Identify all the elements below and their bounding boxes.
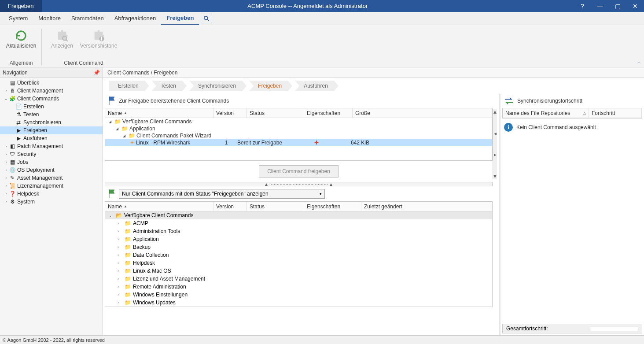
tree-row-l2[interactable]: ◢📁Client Commands Paket Wizard [105, 132, 492, 139]
wizard-step-freigeben[interactable]: Freigeben [249, 81, 292, 91]
menu-system[interactable]: System [4, 12, 33, 25]
lower-folder-data-collection[interactable]: ›📁Data Collection [105, 251, 492, 259]
folder-icon: 📁 [125, 252, 131, 258]
lower-root-row[interactable]: ⌄📂Verfügbare Client Commands [105, 211, 492, 219]
menu-abfrageaktionen[interactable]: Abfrageaktionen [109, 12, 162, 25]
close-icon[interactable]: ✕ [626, 0, 644, 12]
puzzle-search-icon [55, 29, 69, 43]
help-icon[interactable]: ? [574, 0, 591, 12]
nav-item-überblick[interactable]: ▤Überblick [0, 79, 103, 87]
pin-icon[interactable]: 📌 [93, 70, 100, 76]
tree-row-l1[interactable]: ◢📁Application [105, 125, 492, 132]
filter-dropdown[interactable]: Nur Client Commands mit dem Status "Frei… [119, 189, 325, 199]
lower-folder-windows-updates[interactable]: ›📁Windows Updates [105, 299, 492, 307]
asset-icon: ✎ [9, 174, 16, 181]
chevron-down-icon: ▾ [320, 192, 322, 196]
lower-folder-linux-mac-os[interactable]: ›📁Linux & Mac OS [105, 267, 492, 275]
tree-row-item[interactable]: ✦ Linux - RPM Wireshark 1 Bereit zur Fre… [105, 139, 492, 146]
maximize-icon[interactable]: ▢ [609, 0, 626, 12]
progress-bar [590, 326, 638, 331]
lower-folder-backup[interactable]: ›📁Backup [105, 243, 492, 251]
wizard-step-erstellen[interactable]: Erstellen [109, 81, 149, 91]
menu-freigeben[interactable]: Freigeben [161, 12, 199, 25]
sync-grid: Name des File Repositories△ Fortschritt [502, 108, 642, 118]
upper-section-title: Zur Freigabe bereitstehende Client Comma… [119, 98, 229, 104]
nav-item-system[interactable]: ›⚙System [0, 198, 103, 206]
col-status[interactable]: Status [247, 108, 304, 118]
show-label: Anzeigen [51, 43, 73, 49]
lower-folder-helpdesk[interactable]: ›📁Helpdesk [105, 259, 492, 267]
navigation-tree[interactable]: ▤Überblick›🖥Client Management⌄🧩Client Co… [0, 78, 103, 335]
refresh-button[interactable]: Aktualisieren [8, 27, 34, 49]
folder-icon: 📁 [125, 268, 131, 274]
history-button: i Versionshistorie [79, 27, 118, 49]
flag-green-icon [108, 189, 115, 198]
sort-asc-icon: ▲ [124, 111, 127, 115]
lower-folder-acmp[interactable]: ›📁ACMP [105, 219, 492, 227]
history-label: Versionshistorie [80, 43, 118, 49]
tree-row-root[interactable]: ◢📁Verfügbare Client Commands [105, 118, 492, 125]
nav-item-client-management[interactable]: ›🖥Client Management [0, 87, 103, 95]
help-icon: ❓ [9, 190, 16, 197]
ribbon-separator [41, 29, 42, 65]
lower-folder-remote-administration[interactable]: ›📁Remote Administration [105, 283, 492, 291]
col-groesse[interactable]: Größe [353, 108, 492, 118]
nav-item-erstellen[interactable]: 📄Erstellen [0, 103, 103, 111]
col-eigenschaften[interactable]: Eigenschaften [304, 108, 353, 118]
lower-folder-windows-einstellungen[interactable]: ›📁Windows Einstellungen [105, 291, 492, 299]
folder-icon: 📁 [125, 292, 131, 298]
nav-item-asset-management[interactable]: ›✎Asset Management [0, 174, 103, 182]
folder-icon: 📁 [125, 220, 131, 226]
nav-item-ausführen[interactable]: ▶Ausführen [0, 134, 103, 142]
ribbon-collapse-icon[interactable]: ︿ [637, 59, 641, 65]
nav-item-synchronisieren[interactable]: ⇄Synchronisieren [0, 118, 103, 126]
wizard-step-synchronisieren[interactable]: Synchronisieren [189, 81, 247, 91]
nav-item-os-deployment[interactable]: ›💿OS Deployment [0, 166, 103, 174]
nav-item-testen[interactable]: ⚗Testen [0, 111, 103, 118]
lower-grid[interactable]: Name▲ Version Status Eigenschaften Zulet… [105, 201, 493, 307]
upper-grid[interactable]: Name▲ Version Status Eigenschaften Größe… [105, 108, 493, 161]
navigation-title: Navigation [3, 70, 28, 76]
nav-item-patch-management[interactable]: ›◧Patch Management [0, 142, 103, 150]
minimize-icon[interactable]: — [591, 0, 609, 12]
release-command-button[interactable]: Client Command freigeben [259, 165, 339, 178]
wizard-step-testen[interactable]: Testen [152, 81, 187, 91]
col2-status[interactable]: Status [247, 202, 304, 211]
col-name[interactable]: Name▲ [105, 108, 213, 118]
nav-item-security[interactable]: ›🛡Security [0, 150, 103, 158]
refresh-label: Aktualisieren [6, 43, 37, 49]
overview-icon: ▤ [9, 79, 16, 86]
nav-item-jobs[interactable]: ›▦Jobs [0, 158, 103, 166]
col2-zuletzt[interactable]: Zuletzt geändert [361, 202, 492, 211]
svg-text:i: i [101, 35, 103, 42]
flask-icon: ⚗ [15, 111, 22, 118]
item-size: 642 KiB [330, 140, 369, 146]
vertical-scrollbar[interactable]: ▲◂▸▼ [493, 109, 497, 179]
splitter[interactable]: ▴ ······································… [105, 182, 493, 186]
progress-footer: Gesamtfortschritt: [502, 324, 642, 333]
lower-folder-lizenz-und-asset-management[interactable]: ›📁Lizenz und Asset Management [105, 275, 492, 283]
folder-icon: 📁 [125, 276, 131, 282]
wizard-step-ausfuehren[interactable]: Ausführen [295, 81, 339, 91]
menu-monitore[interactable]: Monitore [33, 12, 66, 25]
col2-name[interactable]: Name▲ [105, 202, 213, 211]
menu-stammdaten[interactable]: Stammdaten [66, 12, 109, 25]
flag-green-icon: ▶ [15, 127, 22, 134]
col2-version[interactable]: Version [213, 202, 247, 211]
search-button[interactable] [201, 14, 212, 23]
nav-item-client-commands[interactable]: ⌄🧩Client Commands [0, 95, 103, 103]
svg-point-0 [204, 16, 208, 19]
sync-col-name[interactable]: Name des File Repositories△ [503, 108, 589, 118]
navigation-header: Navigation 📌 [0, 67, 103, 78]
lower-folder-application[interactable]: ›📁Application [105, 235, 492, 243]
wizard-steps: Erstellen Testen Synchronisieren Freigeb… [103, 78, 644, 94]
puzzle-icon: ✦ [130, 140, 134, 146]
lower-folder-administration-tools[interactable]: ›📁Administration Tools [105, 227, 492, 235]
sync-col-progress[interactable]: Fortschritt [589, 108, 642, 118]
system-icon: ⚙ [9, 198, 16, 205]
nav-item-freigeben[interactable]: ▶Freigeben [0, 126, 103, 134]
col-version[interactable]: Version [213, 108, 247, 118]
nav-item-helpdesk[interactable]: ›❓Helpdesk [0, 190, 103, 198]
nav-item-lizenzmanagement[interactable]: ›📜Lizenzmanagement [0, 182, 103, 190]
col2-eigenschaften[interactable]: Eigenschaften [304, 202, 361, 211]
